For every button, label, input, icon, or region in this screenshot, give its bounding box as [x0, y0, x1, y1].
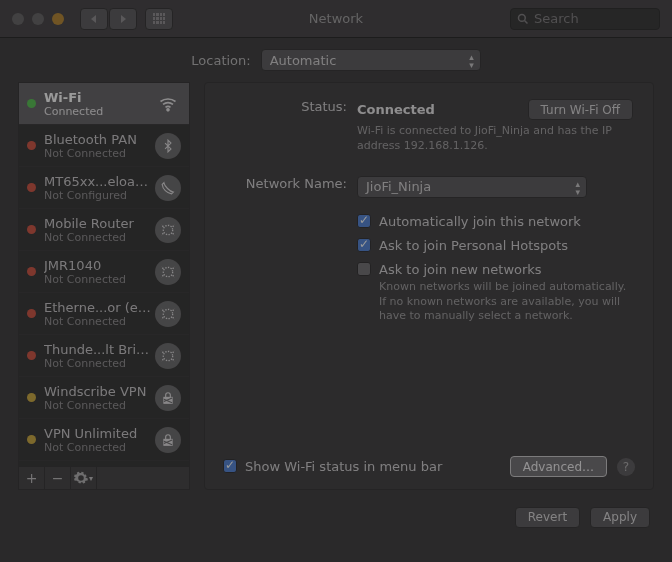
- gear-icon: [74, 471, 88, 485]
- svg-point-2: [167, 108, 169, 110]
- svg-point-6: [163, 351, 172, 360]
- service-status: Not Connected: [44, 315, 155, 328]
- status-dot-icon: [27, 225, 36, 234]
- service-name: Mobile Router: [44, 216, 155, 231]
- ask-new-networks-checkbox[interactable]: Ask to join new networks Known networks …: [357, 262, 633, 325]
- chevron-down-icon: ▾: [89, 474, 93, 483]
- sidebar-item-windscribe-vpn[interactable]: Windscribe VPNNot Connected: [19, 377, 189, 419]
- sidebar-item-jmr1040[interactable]: JMR1040Not Connected: [19, 251, 189, 293]
- ring-icon: [155, 301, 181, 327]
- sidebar-item-bluetooth-pan[interactable]: Bluetooth PANNot Connected: [19, 125, 189, 167]
- show-all-button[interactable]: [145, 8, 173, 30]
- forward-button[interactable]: [109, 8, 137, 30]
- menubar-status-checkbox[interactable]: Show Wi-Fi status in menu bar: [223, 459, 442, 474]
- status-dot-icon: [27, 99, 36, 108]
- service-status: Connected: [44, 105, 155, 118]
- ring-icon: [155, 217, 181, 243]
- chevron-updown-icon: ▴▾: [575, 180, 580, 196]
- service-name: Wi-Fi: [44, 90, 155, 105]
- service-name: JMR1040: [44, 258, 155, 273]
- chevron-updown-icon: ▴▾: [469, 53, 474, 69]
- apply-button[interactable]: Apply: [590, 507, 650, 528]
- ring-icon: [155, 343, 181, 369]
- service-status: Not Connected: [44, 441, 155, 454]
- search-input[interactable]: Search: [510, 8, 660, 30]
- wifi-icon: [155, 91, 181, 117]
- revert-button[interactable]: Revert: [515, 507, 580, 528]
- sidebar: Wi-FiConnectedBluetooth PANNot Connected…: [18, 82, 190, 490]
- network-name-select[interactable]: JioFi_Ninja ▴▾: [357, 176, 587, 198]
- service-status: Not Connected: [44, 399, 155, 412]
- lock-icon: [155, 385, 181, 411]
- service-name: VPN Unlimited: [44, 426, 155, 441]
- status-dot-icon: [27, 309, 36, 318]
- status-label: Status:: [215, 99, 357, 114]
- location-value: Automatic: [270, 53, 337, 68]
- minimize-icon[interactable]: [32, 13, 44, 25]
- network-name-label: Network Name:: [215, 176, 357, 334]
- back-button[interactable]: [80, 8, 108, 30]
- add-service-button[interactable]: +: [19, 467, 45, 489]
- sidebar-item-etherne-or-en3-[interactable]: Etherne...or (en3)Not Connected: [19, 293, 189, 335]
- status-value: Connected: [357, 102, 435, 117]
- status-dot-icon: [27, 435, 36, 444]
- traffic-lights: [12, 13, 64, 25]
- status-dot-icon: [27, 351, 36, 360]
- sidebar-item-thunde-lt-bridge[interactable]: Thunde...lt BridgeNot Connected: [19, 335, 189, 377]
- search-icon: [517, 13, 529, 25]
- status-note: Wi-Fi is connected to JioFi_Ninja and ha…: [357, 124, 633, 154]
- service-name: Bluetooth PAN: [44, 132, 155, 147]
- lock-icon: [155, 427, 181, 453]
- svg-line-1: [525, 20, 528, 23]
- sidebar-item-vpn-unlimited[interactable]: VPN UnlimitedNot Connected: [19, 419, 189, 461]
- ask-hotspot-checkbox[interactable]: Ask to join Personal Hotspots: [357, 238, 633, 253]
- turn-wifi-off-button[interactable]: Turn Wi-Fi Off: [528, 99, 633, 120]
- footer: Revert Apply: [0, 490, 672, 544]
- help-button[interactable]: ?: [617, 458, 635, 476]
- service-options-button[interactable]: ▾: [71, 467, 97, 489]
- window-title: Network: [309, 11, 363, 26]
- auto-join-checkbox[interactable]: Automatically join this network: [357, 214, 633, 229]
- svg-point-4: [163, 267, 172, 276]
- service-status: Not Connected: [44, 147, 155, 160]
- bluetooth-icon: [155, 133, 181, 159]
- network-name-value: JioFi_Ninja: [366, 179, 431, 194]
- detail-pane: Status: Connected Turn Wi-Fi Off Wi-Fi i…: [204, 82, 654, 490]
- location-label: Location:: [191, 53, 250, 68]
- service-status: Not Configured: [44, 189, 155, 202]
- ring-icon: [155, 259, 181, 285]
- service-name: Etherne...or (en3): [44, 300, 155, 315]
- service-name: Thunde...lt Bridge: [44, 342, 155, 357]
- service-name: MT65xx...eloader: [44, 174, 155, 189]
- status-dot-icon: [27, 183, 36, 192]
- svg-point-3: [163, 225, 172, 234]
- advanced-button[interactable]: Advanced…: [510, 456, 607, 477]
- service-status: Not Connected: [44, 273, 155, 286]
- service-list[interactable]: Wi-FiConnectedBluetooth PANNot Connected…: [18, 82, 190, 467]
- status-dot-icon: [27, 141, 36, 150]
- svg-point-0: [519, 14, 526, 21]
- sidebar-item-mt65xx-eloader[interactable]: MT65xx...eloaderNot Configured: [19, 167, 189, 209]
- service-status: Not Connected: [44, 357, 155, 370]
- service-name: Windscribe VPN: [44, 384, 155, 399]
- sidebar-item-mobile-router[interactable]: Mobile RouterNot Connected: [19, 209, 189, 251]
- svg-point-5: [163, 309, 172, 318]
- status-dot-icon: [27, 393, 36, 402]
- status-dot-icon: [27, 267, 36, 276]
- search-placeholder: Search: [534, 11, 579, 26]
- close-icon[interactable]: [12, 13, 24, 25]
- sidebar-toolbar: + − ▾: [18, 467, 190, 490]
- titlebar: Network Search: [0, 0, 672, 38]
- location-select[interactable]: Automatic ▴▾: [261, 49, 481, 71]
- location-row: Location: Automatic ▴▾: [0, 38, 672, 82]
- remove-service-button[interactable]: −: [45, 467, 71, 489]
- phone-icon: [155, 175, 181, 201]
- service-status: Not Connected: [44, 231, 155, 244]
- zoom-icon[interactable]: [52, 13, 64, 25]
- sidebar-item-wi-fi[interactable]: Wi-FiConnected: [19, 83, 189, 125]
